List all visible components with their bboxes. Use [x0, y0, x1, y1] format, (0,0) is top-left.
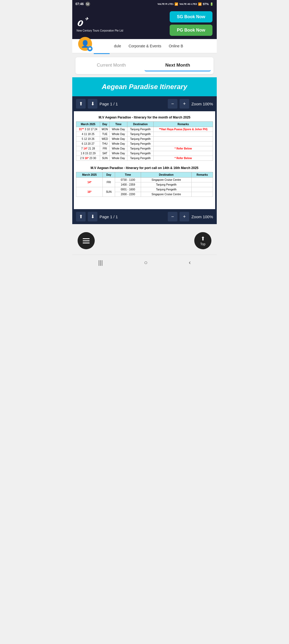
book-buttons: SG Book Now PG Book Now — [170, 11, 212, 36]
nav-item-corporate[interactable]: Corporate & Events — [125, 40, 165, 52]
pg-book-now-button[interactable]: PG Book Now — [170, 25, 212, 36]
battery-text: 97% — [203, 2, 209, 6]
status-bar: 07:46 52 VoLTE R LTE1 📶 VoLTE 4G LTE2 📶 … — [72, 0, 217, 8]
pdf-page-info-top: Page 1 / 1 — [100, 102, 166, 106]
menu-button[interactable] — [78, 232, 95, 249]
col2-destination: Destination — [141, 172, 192, 178]
signal-bars2: 📶 — [198, 2, 202, 6]
notification-badge: 52 — [85, 2, 90, 6]
pdf-table2: March 2025 Day Time Destination Remarks … — [76, 172, 213, 197]
table-row: 16* SUN 0001 - 1600 Tanjung Pengelih — [76, 187, 213, 192]
logo-area: ℴ ✈ New Century Tours Corporation Pte Lt… — [77, 15, 123, 32]
nav-item-online[interactable]: Online B — [165, 40, 187, 52]
pdf-up-button-bottom[interactable]: ⬆ — [76, 212, 86, 221]
recent-apps-button[interactable]: ||| — [93, 258, 108, 267]
table-row: 2 9 16* 23 30 SUN Whole Day Tanjung Peng… — [76, 156, 213, 161]
pdf-content: M.V Aegean Paradise - Itinerary for the … — [74, 111, 215, 209]
pdf-down-button-bottom[interactable]: ⬇ — [88, 212, 97, 221]
pdf-zoom-info-bottom: Zoom 100% — [191, 214, 213, 219]
home-button[interactable]: ○ — [139, 258, 153, 267]
battery-icon: 🔋 — [210, 2, 214, 6]
col2-time: Time — [115, 172, 141, 178]
top-arrow-icon: ⬆ — [201, 235, 205, 242]
col-remarks: Remarks — [154, 122, 213, 127]
nav-items: dule Corporate & Events Online B — [110, 40, 187, 52]
top-label: Top — [200, 242, 205, 246]
pdf-zoom-in-button[interactable]: + — [180, 99, 189, 109]
back-button[interactable]: ‹ — [184, 258, 196, 267]
pdf-down-button[interactable]: ⬇ — [88, 99, 97, 109]
pdf-toolbar-top: ⬆ ⬇ Page 1 / 1 − + Zoom 100% — [72, 96, 217, 111]
chat-badge: 💬 — [87, 46, 93, 51]
col-day: Day — [100, 122, 110, 127]
table-row: 5 12 19 26 WED Whole Day Tanjung Pengeli… — [76, 137, 213, 141]
logo-wrapper: ℴ ✈ — [77, 15, 123, 28]
table-row: 31** 3 10 17 24 MON Whole Day Tanjung Pe… — [76, 127, 213, 132]
signal-text: VoLTE R LTE1 — [157, 3, 173, 5]
system-nav: ||| ○ ‹ — [72, 255, 217, 273]
table-row: 1 8 15 22 29 SAT Whole Day Tanjung Penge… — [76, 151, 213, 156]
header: ℴ ✈ New Century Tours Corporation Pte Lt… — [72, 8, 217, 39]
plane-icon: ✈ — [85, 17, 88, 21]
col2-march-2025: March 2025 — [76, 172, 103, 178]
pdf-up-button[interactable]: ⬆ — [76, 99, 86, 109]
col-march-2025: March 2025 — [76, 122, 100, 127]
pdf-zoom-in-button-bottom[interactable]: + — [180, 212, 189, 221]
logo-letter: ℴ ✈ — [77, 15, 82, 28]
bottom-area: ⬆ Top — [72, 224, 217, 255]
tab-current-month[interactable]: Current Month — [78, 60, 144, 71]
pdf-table1-title: M.V Aegean Paradise - Itinerary for the … — [76, 116, 213, 119]
pdf-toolbar-bottom: ⬆ ⬇ Page 1 / 1 − + Zoom 100% — [72, 209, 217, 224]
company-name: New Century Tours Corporation Pte Ltd — [77, 29, 123, 32]
avatar[interactable]: 👤 💬 — [78, 37, 92, 51]
top-button[interactable]: ⬆ Top — [194, 232, 211, 249]
pdf-zoom-info-top: Zoom 100% — [191, 102, 213, 106]
signal-text2: VoLTE 4G LTE2 — [179, 3, 197, 5]
nav-item-schedule[interactable]: dule — [110, 40, 125, 52]
col-time: Time — [110, 122, 127, 127]
pdf-viewer: ⬆ ⬇ Page 1 / 1 − + Zoom 100% M.V Aegean … — [72, 96, 217, 224]
tab-next-month[interactable]: Next Month — [144, 60, 211, 71]
pdf-table1: March 2025 Day Time Destination Remarks … — [76, 121, 213, 161]
nav-bar: 👤 💬 dule Corporate & Events Online B — [72, 39, 217, 53]
table-row: 6 13 20 27 THU Whole Day Tanjung Pengeli… — [76, 141, 213, 146]
pdf-zoom-out-button[interactable]: − — [168, 99, 177, 109]
status-time: 07:46 — [75, 2, 84, 6]
itinerary-banner: Aegean Paradise Itinerary — [72, 77, 217, 96]
status-right-icons: VoLTE R LTE1 📶 VoLTE 4G LTE2 📶 97% 🔋 — [157, 2, 214, 6]
menu-icon — [83, 238, 90, 243]
col-destination: Destination — [127, 122, 154, 127]
table-row: 4 11 18 25 TUE Whole Day Tanjung Pengeli… — [76, 132, 213, 137]
col2-day: Day — [103, 172, 115, 178]
table-row: 7 14* 21 28 FRI Whole Day Tanjung Pengel… — [76, 146, 213, 151]
sg-book-now-button[interactable]: SG Book Now — [170, 11, 212, 22]
col2-remarks: Remarks — [192, 172, 213, 178]
pdf-table2-title: M.V Aegean Paradise - Itinerary for port… — [76, 166, 213, 170]
itinerary-title: Aegean Paradise Itinerary — [78, 83, 211, 91]
pdf-zoom-out-button-bottom[interactable]: − — [168, 212, 177, 221]
table-row: 14* FRI 0730 - 1100 Singapore Cruise Cen… — [76, 178, 213, 182]
signal-bars: 📶 — [174, 2, 178, 6]
pdf-page-info-bottom: Page 1 / 1 — [100, 214, 166, 219]
tab-container: Current Month Next Month — [75, 57, 214, 74]
